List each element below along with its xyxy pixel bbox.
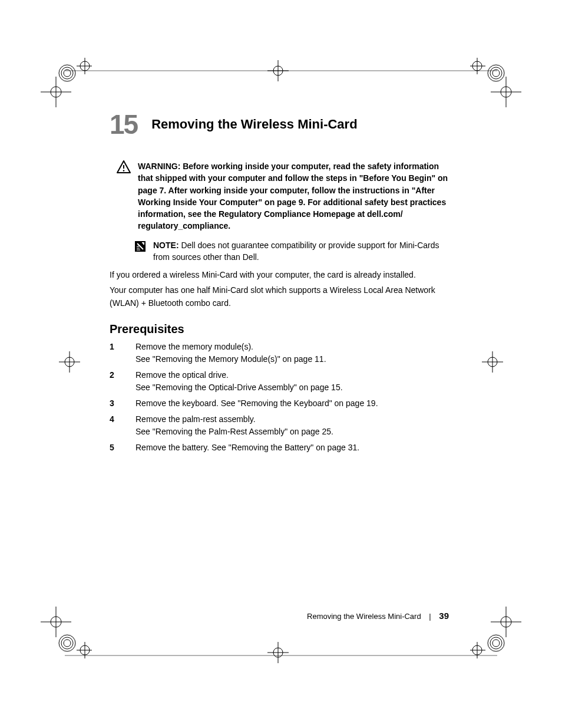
warning-body: Before working inside your computer, rea…	[138, 162, 448, 230]
registration-mark-icon	[470, 53, 505, 88]
svg-point-51	[490, 637, 502, 649]
svg-point-10	[64, 70, 71, 77]
registration-mark-icon	[38, 604, 74, 640]
chapter-number: 15	[110, 111, 137, 138]
svg-point-38	[80, 645, 90, 655]
warning-label: WARNING:	[138, 162, 183, 171]
svg-point-26	[501, 87, 511, 97]
body-paragraph-2: Your computer has one half Mini-Card slo…	[110, 284, 449, 309]
registration-mark-icon	[470, 628, 505, 663]
svg-point-50	[488, 635, 504, 651]
svg-point-36	[61, 637, 73, 649]
note-icon	[134, 241, 148, 263]
svg-point-47	[472, 645, 482, 655]
warning-icon	[117, 160, 133, 232]
note-block: NOTE: Dell does not guarantee compatibil…	[134, 239, 449, 263]
svg-point-53	[501, 617, 511, 627]
list-item: Remove the palm-rest assembly.See "Remov…	[110, 413, 449, 438]
svg-point-44	[273, 648, 283, 657]
svg-point-20	[472, 61, 482, 71]
svg-point-11	[80, 61, 90, 71]
warning-text: WARNING: Before working inside your comp…	[138, 160, 449, 232]
page-number: 39	[439, 611, 449, 621]
note-body: Dell does not guarantee compatibility or…	[153, 241, 439, 262]
svg-point-32	[488, 357, 497, 367]
svg-point-2	[123, 170, 125, 172]
footer-separator: |	[429, 612, 431, 621]
registration-mark-icon	[57, 53, 92, 88]
chapter-title: Removing the Wireless Mini-Card	[151, 117, 357, 132]
prerequisites-heading: Prerequisites	[110, 322, 449, 336]
svg-point-17	[273, 66, 283, 75]
list-item: Remove the optical drive.See "Removing t…	[110, 369, 449, 394]
svg-point-14	[51, 87, 61, 97]
registration-mark-icon	[488, 74, 524, 110]
svg-point-23	[488, 65, 504, 81]
body-paragraph-1: If you ordered a wireless Mini-Card with…	[110, 269, 449, 282]
svg-point-29	[65, 357, 74, 367]
svg-point-9	[61, 67, 73, 79]
registration-mark-icon	[266, 641, 290, 664]
registration-mark-icon	[57, 628, 92, 663]
registration-mark-icon	[481, 350, 504, 374]
registration-mark-icon	[266, 59, 290, 83]
svg-point-52	[492, 640, 500, 647]
registration-mark-icon	[488, 604, 524, 640]
svg-point-24	[490, 67, 502, 79]
page-footer: Removing the Wireless Mini-Card | 39	[110, 611, 449, 621]
footer-section-title: Removing the Wireless Mini-Card	[307, 612, 421, 621]
list-item: Remove the keyboard. See "Removing the K…	[110, 397, 449, 410]
chapter-header: 15 Removing the Wireless Mini-Card	[110, 111, 449, 138]
list-item: Remove the memory module(s).See "Removin…	[110, 341, 449, 365]
registration-mark-icon	[58, 350, 81, 374]
registration-mark-icon	[38, 74, 74, 110]
svg-point-35	[59, 635, 75, 651]
page-content: 15 Removing the Wireless Mini-Card WARNI…	[110, 111, 449, 457]
svg-point-25	[492, 70, 500, 77]
svg-point-41	[51, 617, 61, 627]
svg-point-8	[59, 65, 75, 81]
svg-point-37	[64, 640, 71, 647]
prerequisites-list: Remove the memory module(s).See "Removin…	[110, 341, 449, 454]
list-item: Remove the battery. See "Removing the Ba…	[110, 442, 449, 454]
note-label: NOTE:	[153, 241, 181, 250]
note-text: NOTE: Dell does not guarantee compatibil…	[153, 239, 449, 263]
warning-block: WARNING: Before working inside your comp…	[117, 160, 449, 232]
